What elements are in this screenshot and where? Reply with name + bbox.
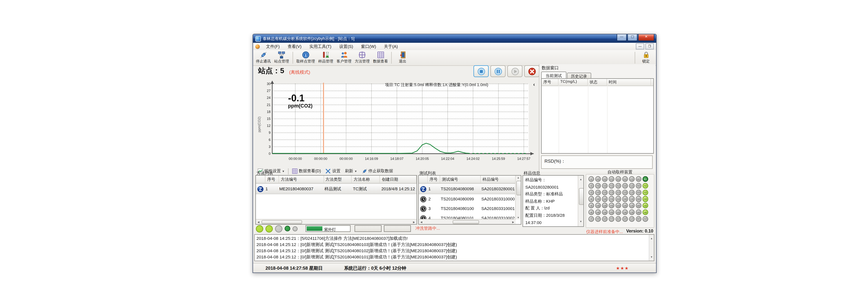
sampler-well-H1[interactable]: H1 — [595, 176, 601, 182]
sampler-well-F7[interactable]: F7 — [609, 216, 615, 222]
test-list-vscrollbar[interactable]: ▲▼ — [515, 176, 521, 219]
current-test-table[interactable]: 序号TC(mg/L)状态时间 — [541, 78, 654, 154]
lock-button[interactable]: 锁定 — [637, 51, 655, 65]
sampler-well-B2[interactable]: B2 — [636, 183, 642, 189]
sampler-well-H7[interactable]: H7 — [595, 216, 601, 222]
toolbar-button-1[interactable]: 停止通讯 — [254, 51, 272, 65]
sampler-well-E5[interactable]: E5 — [616, 203, 621, 208]
sampler-well-I7[interactable]: I7 — [588, 216, 594, 222]
sampler-well-A4[interactable]: A4 — [643, 196, 648, 202]
sampler-well-F4[interactable]: F4 — [609, 196, 615, 202]
sampler-well-G1[interactable]: G1 — [602, 176, 608, 182]
toolbar-button-4[interactable]: 样品管理 — [317, 51, 335, 65]
sampler-well-G2[interactable]: G2 — [602, 183, 608, 189]
sampler-well-G6[interactable]: G6 — [602, 209, 608, 215]
sampler-well-I1[interactable]: I1 — [588, 176, 594, 182]
sampler-well-G3[interactable]: G3 — [602, 190, 608, 195]
log-area[interactable]: 2018-04-08 14:25:21：[5/02411706]方法操作 方法[… — [254, 234, 654, 261]
sampler-well-B3[interactable]: B3 — [636, 190, 642, 195]
sampler-well-B1[interactable]: B1 — [636, 176, 642, 182]
sampler-well-E6[interactable]: E6 — [616, 209, 621, 215]
sampler-well-I2[interactable]: I2 — [588, 183, 594, 189]
method-list-table[interactable]: 序号方法编号方法类型方法名称创建日期 1ME201804080037样品测试TC… — [255, 175, 417, 225]
sampler-well-C3[interactable]: C3 — [629, 190, 635, 195]
sampler-well-I6[interactable]: I6 — [588, 209, 594, 215]
sampler-well-A3[interactable]: A3 — [643, 190, 648, 195]
sampler-well-D2[interactable]: D2 — [622, 183, 628, 189]
menu-item-1[interactable]: 文件(F) — [262, 44, 284, 49]
sampler-well-B5[interactable]: B5 — [636, 203, 642, 208]
sampler-well-D3[interactable]: D3 — [622, 190, 628, 195]
sampler-well-H3[interactable]: H3 — [595, 190, 601, 195]
sample-info-vscrollbar[interactable]: ▲▼ — [578, 176, 583, 226]
chart-tool-5[interactable]: 停止获取数据 — [360, 168, 395, 174]
toolbar-button-5[interactable]: 客户管理 — [335, 51, 353, 65]
sampler-well-A5[interactable]: A5 — [643, 203, 648, 208]
cancel-button[interactable] — [524, 65, 539, 77]
stop-button[interactable] — [473, 65, 489, 77]
sampler-well-F1[interactable]: F1 — [609, 176, 615, 182]
menu-item-3[interactable]: 实用工具(T) — [306, 44, 335, 49]
sampler-well-F2[interactable]: F2 — [609, 183, 615, 189]
play-button[interactable] — [507, 65, 523, 77]
test-list-table[interactable]: 序号测试编号样品编号 1TS201804080098SA201803280001… — [418, 175, 521, 225]
toolbar-button-7[interactable]: 数据查看 — [371, 51, 390, 65]
sampler-well-G4[interactable]: G4 — [602, 196, 608, 202]
mdi-minimize-button[interactable]: — — [636, 43, 644, 49]
sampler-well-A1[interactable]: A1 — [643, 176, 648, 182]
sampler-well-A2[interactable]: A2 — [643, 183, 648, 189]
menu-item-6[interactable]: 关于(A) — [380, 44, 402, 49]
toolbar-button-3[interactable]: i取样点管理 — [294, 51, 317, 65]
sampler-well-E3[interactable]: E3 — [616, 190, 621, 195]
sampler-well-C7[interactable]: C7 — [629, 216, 635, 222]
sampler-well-C5[interactable]: C5 — [629, 203, 635, 208]
mdi-restore-button[interactable]: ❐ — [645, 43, 654, 49]
sampler-well-A6[interactable]: A6 — [643, 209, 648, 215]
pause-button[interactable] — [490, 65, 505, 77]
sampler-well-D5[interactable]: D5 — [622, 203, 628, 208]
sampler-well-D1[interactable]: D1 — [622, 176, 628, 182]
sampler-well-F5[interactable]: F5 — [609, 203, 615, 208]
sampler-well-H6[interactable]: H6 — [595, 209, 601, 215]
sampler-well-E4[interactable]: E4 — [616, 196, 621, 202]
table-row[interactable]: 1TS201804080098SA201803280001 — [419, 183, 516, 194]
sampler-well-F3[interactable]: F3 — [609, 190, 615, 195]
toolbar-button-8[interactable]: 退出 — [394, 51, 412, 65]
table-row[interactable]: 1ME201804080037样品测试TC测试2018/4/8 14:25:12 — [256, 183, 416, 194]
sampler-well-F6[interactable]: F6 — [609, 209, 615, 215]
sampler-well-C6[interactable]: C6 — [629, 209, 635, 215]
table-row[interactable]: 3TS201804080100SA201803310001 — [419, 204, 516, 213]
sampler-well-H5[interactable]: H5 — [595, 203, 601, 208]
sampler-well-I5[interactable]: I5 — [588, 203, 594, 208]
menu-item-2[interactable]: 查看(V) — [284, 44, 306, 49]
sampler-well-H4[interactable]: H4 — [595, 196, 601, 202]
method-list-hscrollbar[interactable]: ◀▶ — [256, 219, 416, 224]
toolbar-button-2[interactable]: 站点管理 — [272, 51, 291, 65]
sampler-well-H2[interactable]: H2 — [595, 183, 601, 189]
sampler-well-E2[interactable]: E2 — [616, 183, 621, 189]
sampler-well-G7[interactable]: G7 — [602, 216, 608, 222]
sampler-well-E1[interactable]: E1 — [616, 176, 621, 182]
sampler-well-B7[interactable]: B7 — [636, 216, 642, 222]
log-vscrollbar[interactable]: ▲▼ — [649, 235, 654, 261]
sampler-well-C4[interactable]: C4 — [629, 196, 635, 202]
menu-item-4[interactable]: 设置(S) — [335, 44, 357, 49]
sampler-well-B6[interactable]: B6 — [636, 209, 642, 215]
sampler-well-E7[interactable]: E7 — [616, 216, 621, 222]
sampler-well-D7[interactable]: D7 — [622, 216, 628, 222]
sampler-well-B4[interactable]: B4 — [636, 196, 642, 202]
chart-tool-2[interactable]: 数据查看(D) — [290, 168, 323, 174]
minimize-button[interactable]: — — [617, 34, 627, 41]
close-button[interactable]: ✕ — [638, 34, 654, 41]
sampler-well-A7[interactable]: A7 — [643, 216, 648, 222]
sampler-well-D4[interactable]: D4 — [622, 196, 628, 202]
table-row[interactable]: 2TS201804080099SA201803310000 — [419, 194, 516, 204]
chart-tool-3[interactable]: 设置 — [323, 168, 343, 174]
sampler-well-D6[interactable]: D6 — [622, 209, 628, 215]
maximize-button[interactable]: ▢ — [627, 34, 638, 41]
chart-tool-4[interactable]: 刷新▼ — [343, 168, 360, 174]
sampler-well-G5[interactable]: G5 — [602, 203, 608, 208]
menu-item-5[interactable]: 窗口(W) — [357, 44, 380, 49]
sampler-well-C2[interactable]: C2 — [629, 183, 635, 189]
test-list-hscrollbar[interactable]: ◀▶ — [419, 219, 516, 224]
